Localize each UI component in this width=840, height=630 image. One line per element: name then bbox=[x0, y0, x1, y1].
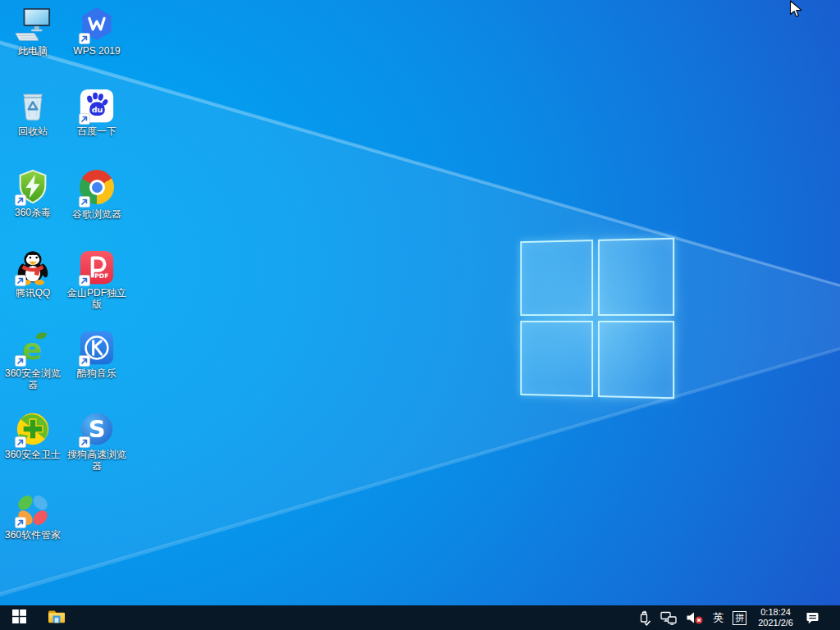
notification-bubble-icon bbox=[805, 611, 820, 625]
desktop-icon-kugou[interactable]: 酷狗音乐 bbox=[65, 329, 129, 379]
shortcut-arrow-icon bbox=[79, 436, 90, 448]
taskbar-clock[interactable]: 0:18:24 2021/2/6 bbox=[756, 607, 796, 628]
chrome-icon bbox=[78, 170, 116, 208]
windows-logo-wallpaper bbox=[520, 238, 674, 399]
clock-date: 2021/2/6 bbox=[758, 618, 793, 628]
windows-logo-pane bbox=[598, 238, 674, 316]
desktop-icon-label: 谷歌浏览器 bbox=[65, 208, 129, 220]
desktop-icon-360-software-manager[interactable]: 360软件管家 bbox=[1, 491, 65, 541]
desktop-icon-label: WPS 2019 bbox=[65, 45, 129, 57]
green-e-icon: e bbox=[14, 329, 52, 367]
desktop-icon-wps-2019[interactable]: WPS 2019 bbox=[65, 7, 129, 57]
recycle-bin-icon bbox=[14, 87, 52, 125]
shortcut-arrow-icon bbox=[79, 33, 90, 44]
desktop-icon-label: 360安全卫士 bbox=[1, 449, 65, 460]
clock-time: 0:18:24 bbox=[758, 607, 793, 618]
desktop-icon-qq[interactable]: 腾讯QQ bbox=[1, 249, 65, 299]
desktop-icon-recycle-bin[interactable]: 回收站 bbox=[1, 87, 65, 137]
shortcut-arrow-icon bbox=[15, 436, 26, 448]
desktop-icon-label: 360软件管家 bbox=[1, 529, 65, 541]
baidu-paw-icon: du bbox=[78, 87, 116, 125]
usb-device-icon[interactable] bbox=[637, 605, 651, 630]
desktop-icon-kingsoft-pdf[interactable]: PDF 金山PDF独立版 bbox=[65, 249, 129, 310]
desktop-icon-this-pc[interactable]: 此电脑 bbox=[1, 7, 65, 57]
screen: { "desktop": { "icons": [ { "id": "this-… bbox=[0, 0, 840, 630]
kugou-k-icon bbox=[78, 329, 116, 367]
file-explorer-button[interactable] bbox=[38, 605, 75, 630]
desktop-icon-360-browser[interactable]: e 360安全浏览器 bbox=[1, 329, 65, 390]
desktop-icon-label: 酷狗音乐 bbox=[65, 368, 129, 379]
svg-text:du: du bbox=[92, 105, 103, 114]
shortcut-arrow-icon bbox=[15, 355, 26, 367]
shortcut-arrow-icon bbox=[15, 517, 26, 528]
desktop-icon-chrome[interactable]: 谷歌浏览器 bbox=[65, 168, 129, 220]
desktop-icon-label: 金山PDF独立版 bbox=[65, 287, 129, 310]
mouse-cursor bbox=[789, 0, 806, 22]
system-tray: 英 拼 0:18:24 2021/2/6 bbox=[637, 605, 840, 630]
pdf-p-icon: PDF bbox=[78, 249, 116, 286]
desktop-icon-360-safeguard[interactable]: 360安全卫士 bbox=[1, 410, 65, 460]
wps-hexagon-icon bbox=[78, 7, 116, 44]
windows-logo-pane bbox=[520, 321, 593, 397]
plus-circle-icon bbox=[14, 410, 52, 448]
this-pc-icon bbox=[14, 7, 52, 44]
qq-penguin-icon bbox=[14, 249, 52, 286]
start-button[interactable] bbox=[0, 605, 38, 630]
ime-pinyin-indicator[interactable]: 拼 bbox=[733, 611, 746, 625]
desktop-icon-label: 360杀毒 bbox=[1, 207, 65, 218]
desktop-icon-label: 360安全浏览器 bbox=[1, 368, 65, 390]
svg-text:S: S bbox=[89, 415, 106, 443]
action-center-button[interactable] bbox=[805, 605, 820, 630]
taskbar: 英 拼 0:18:24 2021/2/6 bbox=[0, 605, 840, 630]
desktop-icon-label: 百度一下 bbox=[65, 126, 129, 137]
network-icon[interactable] bbox=[660, 605, 677, 630]
desktop-icon-360-antivirus[interactable]: 360杀毒 bbox=[1, 168, 65, 218]
shortcut-arrow-icon bbox=[79, 113, 90, 125]
sogou-s-icon: S bbox=[78, 410, 116, 448]
desktop-icon-sogou[interactable]: S 搜狗高速浏览器 bbox=[65, 410, 129, 472]
windows-start-icon bbox=[12, 609, 26, 626]
desktop-icon-baidu[interactable]: du 百度一下 bbox=[65, 87, 129, 137]
shortcut-arrow-icon bbox=[15, 275, 26, 286]
shortcut-arrow-icon bbox=[79, 275, 90, 286]
desktop-icon-label: 此电脑 bbox=[1, 45, 65, 57]
green-shield-icon bbox=[14, 168, 52, 206]
desktop-icon-label: 回收站 bbox=[1, 126, 65, 137]
windows-logo-pane bbox=[598, 321, 674, 399]
four-petals-icon bbox=[14, 491, 52, 528]
ime-language-indicator[interactable]: 英 bbox=[713, 610, 724, 625]
shortcut-arrow-icon bbox=[79, 196, 90, 208]
windows-logo-pane bbox=[520, 240, 593, 316]
desktop-icon-label: 搜狗高速浏览器 bbox=[65, 449, 129, 472]
volume-muted-icon[interactable] bbox=[686, 605, 704, 630]
folder-icon bbox=[48, 609, 66, 627]
shortcut-arrow-icon bbox=[79, 355, 90, 367]
shortcut-arrow-icon bbox=[15, 194, 26, 206]
svg-text:PDF: PDF bbox=[94, 272, 108, 280]
desktop-icon-label: 腾讯QQ bbox=[1, 287, 65, 299]
